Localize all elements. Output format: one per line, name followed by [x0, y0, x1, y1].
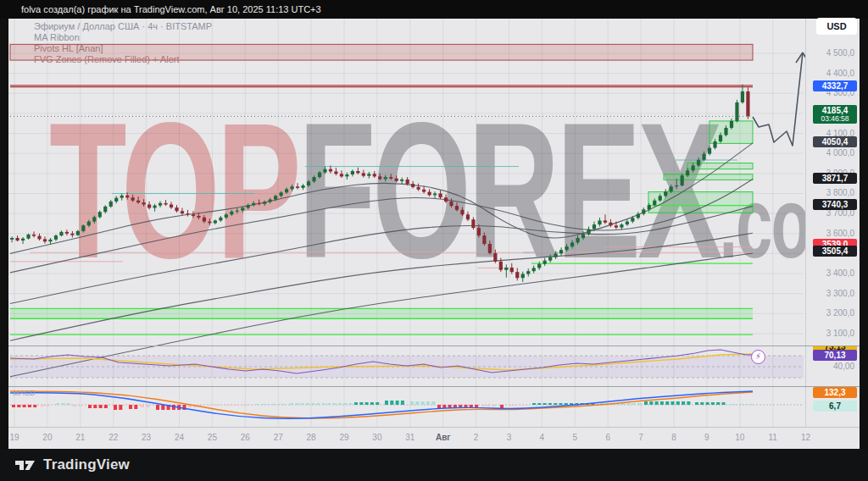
time-tick[interactable]: 24 — [175, 433, 184, 442]
price-label: 3 200,0 — [826, 308, 854, 318]
pane-separator-macd[interactable] — [8, 386, 860, 387]
tradingview-logo-text: TradingView — [43, 456, 130, 473]
lightning-trade-button[interactable]: ⚡ — [751, 350, 765, 364]
time-tick[interactable]: 3 — [507, 433, 512, 442]
price-badge: 6,7 — [813, 401, 857, 412]
rsi-scale-label: 40,00 — [833, 362, 854, 371]
price-axis-macd: 132,36,7 — [806, 386, 860, 427]
price-badge: 4185,403:46:58 — [813, 105, 857, 124]
time-tick[interactable]: 6 — [605, 433, 610, 442]
time-tick[interactable]: 5 — [573, 433, 578, 442]
price-label: 4 000,0 — [826, 148, 854, 158]
price-label: 4 400,0 — [826, 69, 854, 78]
projection-arrow[interactable] — [753, 53, 809, 146]
tradingview-logo[interactable]: TradingView — [14, 455, 130, 475]
time-tick[interactable]: 23 — [142, 433, 151, 442]
time-tick[interactable]: 21 — [75, 433, 85, 442]
price-badge: 3871,7 — [813, 173, 857, 184]
lightning-icon: ⚡ — [755, 351, 761, 361]
time-tick[interactable]: 7 — [638, 433, 643, 442]
time-tick[interactable]: 11 — [768, 433, 776, 442]
price-label: 3 400,0 — [826, 268, 854, 278]
page: folva создал(а) график на TradingView.co… — [0, 0, 868, 481]
time-tick[interactable]: 31 — [405, 433, 415, 442]
price-badge: 70,13 — [813, 350, 857, 361]
currency-toggle-button[interactable]: USD — [816, 18, 857, 35]
time-tick[interactable]: 22 — [108, 433, 118, 442]
footer-bar: TradingView — [0, 449, 868, 481]
time-tick[interactable]: 25 — [208, 433, 217, 442]
price-badge: 4332,7 — [813, 80, 857, 91]
price-label: 3 100,0 — [826, 329, 854, 338]
time-tick[interactable]: 19 — [9, 433, 19, 442]
price-axis-rsi: 40,0073,1370,13 — [806, 346, 860, 386]
time-tick[interactable]: 4 — [540, 433, 545, 442]
time-tick[interactable]: Авг — [436, 433, 451, 442]
time-tick[interactable]: 12 — [801, 433, 810, 442]
time-tick[interactable]: 9 — [704, 433, 709, 442]
indicator-pivots[interactable]: Pivots HL [Anan] — [34, 43, 212, 54]
share-text: folva создал(а) график на TradingView.co… — [21, 4, 321, 14]
chart-area[interactable]: TOPFOREX.com Эфириум / Доллар США · 4ч ·… — [8, 19, 860, 449]
pane-separator-rsi[interactable] — [8, 346, 860, 346]
tradingview-logo-icon — [14, 455, 36, 475]
price-axis-main: 4 500,04 400,04 300,04 200,04 100,04 000… — [806, 19, 860, 346]
time-tick[interactable]: 29 — [339, 433, 348, 442]
time-tick[interactable]: 30 — [372, 433, 381, 442]
chart-legend: Эфириум / Доллар США · 4ч · BITSTAMP MA … — [34, 21, 212, 65]
time-tick[interactable]: 20 — [42, 433, 52, 442]
price-badge: 3740,3 — [813, 199, 857, 210]
time-tick[interactable]: 10 — [735, 433, 744, 442]
price-badge: 132,3 — [813, 387, 857, 398]
price-label: 3 600,0 — [826, 229, 854, 238]
indicator-fvg[interactable]: FVG Zones (Remove Filled) + Alert — [34, 54, 212, 65]
price-label: 3 300,0 — [826, 289, 854, 298]
time-tick[interactable]: 26 — [241, 433, 250, 442]
price-badge: 3505,4 — [813, 246, 857, 257]
share-info-bar: folva создал(а) график на TradingView.co… — [0, 0, 868, 19]
rsi-pane[interactable] — [10, 350, 804, 378]
time-tick[interactable]: 28 — [307, 433, 316, 442]
time-axis[interactable]: 19202122232425262728293031Авг23456789101… — [8, 427, 860, 449]
macd-pane-label[interactable]: MACD — [13, 389, 36, 397]
time-tick[interactable]: 2 — [474, 433, 479, 442]
macd-pane[interactable] — [10, 391, 804, 418]
price-label: 3 700,0 — [826, 208, 854, 218]
symbol-title[interactable]: Эфириум / Доллар США · 4ч · BITSTAMP — [34, 21, 212, 32]
price-badge: 4050,4 — [813, 136, 857, 147]
time-tick[interactable]: 27 — [274, 433, 283, 442]
indicator-ma-ribbon[interactable]: MA Ribbon — [34, 32, 212, 43]
chart-canvas[interactable] — [8, 19, 860, 427]
price-label: 3 800,0 — [826, 188, 854, 197]
time-tick[interactable]: 8 — [671, 433, 676, 442]
price-label: 4 500,0 — [826, 48, 854, 58]
price-axis[interactable]: 4 500,04 400,04 300,04 200,04 100,04 000… — [805, 19, 860, 427]
